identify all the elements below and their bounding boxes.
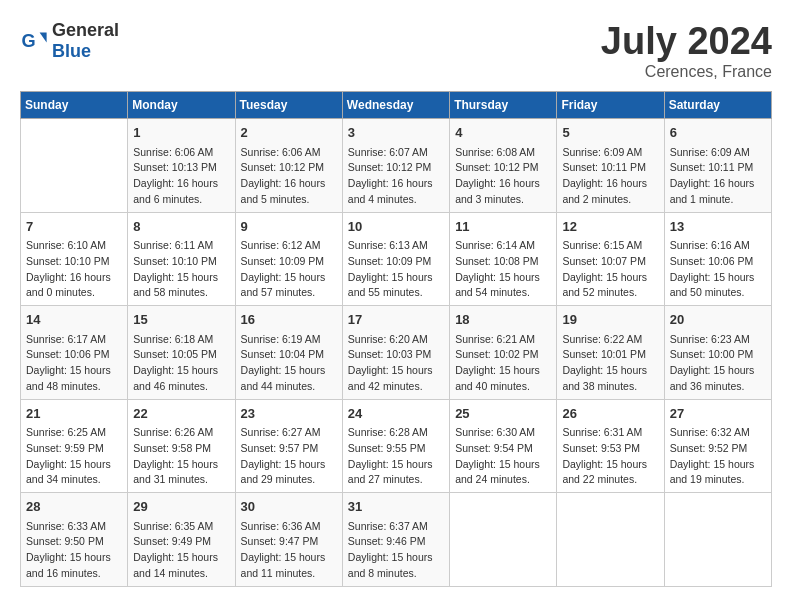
day-number: 1: [133, 123, 229, 143]
day-number: 9: [241, 217, 337, 237]
day-number: 30: [241, 497, 337, 517]
weekday-header-monday: Monday: [128, 92, 235, 119]
day-cell: 28Sunrise: 6:33 AM Sunset: 9:50 PM Dayli…: [21, 493, 128, 587]
week-row-5: 28Sunrise: 6:33 AM Sunset: 9:50 PM Dayli…: [21, 493, 772, 587]
day-number: 12: [562, 217, 658, 237]
day-cell: 31Sunrise: 6:37 AM Sunset: 9:46 PM Dayli…: [342, 493, 449, 587]
day-number: 28: [26, 497, 122, 517]
weekday-header-sunday: Sunday: [21, 92, 128, 119]
day-cell: 17Sunrise: 6:20 AM Sunset: 10:03 PM Dayl…: [342, 306, 449, 400]
day-number: 31: [348, 497, 444, 517]
day-cell: 30Sunrise: 6:36 AM Sunset: 9:47 PM Dayli…: [235, 493, 342, 587]
day-number: 14: [26, 310, 122, 330]
day-info: Sunrise: 6:13 AM Sunset: 10:09 PM Daylig…: [348, 238, 444, 301]
weekday-header-friday: Friday: [557, 92, 664, 119]
day-info: Sunrise: 6:27 AM Sunset: 9:57 PM Dayligh…: [241, 425, 337, 488]
day-cell: 10Sunrise: 6:13 AM Sunset: 10:09 PM Dayl…: [342, 212, 449, 306]
day-number: 3: [348, 123, 444, 143]
logo-blue-text: Blue: [52, 41, 91, 61]
day-number: 16: [241, 310, 337, 330]
day-cell: 23Sunrise: 6:27 AM Sunset: 9:57 PM Dayli…: [235, 399, 342, 493]
day-number: 25: [455, 404, 551, 424]
day-cell: 2Sunrise: 6:06 AM Sunset: 10:12 PM Dayli…: [235, 119, 342, 213]
day-cell: 1Sunrise: 6:06 AM Sunset: 10:13 PM Dayli…: [128, 119, 235, 213]
day-info: Sunrise: 6:21 AM Sunset: 10:02 PM Daylig…: [455, 332, 551, 395]
day-cell: 12Sunrise: 6:15 AM Sunset: 10:07 PM Dayl…: [557, 212, 664, 306]
week-row-1: 1Sunrise: 6:06 AM Sunset: 10:13 PM Dayli…: [21, 119, 772, 213]
day-info: Sunrise: 6:09 AM Sunset: 10:11 PM Daylig…: [562, 145, 658, 208]
weekday-header-row: SundayMondayTuesdayWednesdayThursdayFrid…: [21, 92, 772, 119]
calendar-title: July 2024: [601, 20, 772, 63]
day-info: Sunrise: 6:11 AM Sunset: 10:10 PM Daylig…: [133, 238, 229, 301]
day-info: Sunrise: 6:30 AM Sunset: 9:54 PM Dayligh…: [455, 425, 551, 488]
title-block: July 2024 Cerences, France: [601, 20, 772, 81]
day-info: Sunrise: 6:25 AM Sunset: 9:59 PM Dayligh…: [26, 425, 122, 488]
day-cell: 19Sunrise: 6:22 AM Sunset: 10:01 PM Dayl…: [557, 306, 664, 400]
day-number: 5: [562, 123, 658, 143]
day-number: 8: [133, 217, 229, 237]
day-cell: 7Sunrise: 6:10 AM Sunset: 10:10 PM Dayli…: [21, 212, 128, 306]
week-row-3: 14Sunrise: 6:17 AM Sunset: 10:06 PM Dayl…: [21, 306, 772, 400]
page-header: G General Blue July 2024 Cerences, Franc…: [20, 20, 772, 81]
day-info: Sunrise: 6:36 AM Sunset: 9:47 PM Dayligh…: [241, 519, 337, 582]
day-number: 17: [348, 310, 444, 330]
day-number: 11: [455, 217, 551, 237]
day-info: Sunrise: 6:37 AM Sunset: 9:46 PM Dayligh…: [348, 519, 444, 582]
day-number: 4: [455, 123, 551, 143]
day-cell: 9Sunrise: 6:12 AM Sunset: 10:09 PM Dayli…: [235, 212, 342, 306]
day-number: 13: [670, 217, 766, 237]
day-number: 2: [241, 123, 337, 143]
day-info: Sunrise: 6:28 AM Sunset: 9:55 PM Dayligh…: [348, 425, 444, 488]
logo-icon: G: [20, 27, 48, 55]
weekday-header-saturday: Saturday: [664, 92, 771, 119]
day-info: Sunrise: 6:08 AM Sunset: 10:12 PM Daylig…: [455, 145, 551, 208]
day-number: 24: [348, 404, 444, 424]
day-cell: 18Sunrise: 6:21 AM Sunset: 10:02 PM Dayl…: [450, 306, 557, 400]
day-info: Sunrise: 6:23 AM Sunset: 10:00 PM Daylig…: [670, 332, 766, 395]
day-cell: 3Sunrise: 6:07 AM Sunset: 10:12 PM Dayli…: [342, 119, 449, 213]
day-cell: 29Sunrise: 6:35 AM Sunset: 9:49 PM Dayli…: [128, 493, 235, 587]
day-info: Sunrise: 6:15 AM Sunset: 10:07 PM Daylig…: [562, 238, 658, 301]
day-info: Sunrise: 6:07 AM Sunset: 10:12 PM Daylig…: [348, 145, 444, 208]
weekday-header-thursday: Thursday: [450, 92, 557, 119]
day-cell: 21Sunrise: 6:25 AM Sunset: 9:59 PM Dayli…: [21, 399, 128, 493]
day-cell: 27Sunrise: 6:32 AM Sunset: 9:52 PM Dayli…: [664, 399, 771, 493]
day-cell: 6Sunrise: 6:09 AM Sunset: 10:11 PM Dayli…: [664, 119, 771, 213]
day-cell: 26Sunrise: 6:31 AM Sunset: 9:53 PM Dayli…: [557, 399, 664, 493]
calendar-location: Cerences, France: [601, 63, 772, 81]
day-cell: 13Sunrise: 6:16 AM Sunset: 10:06 PM Dayl…: [664, 212, 771, 306]
day-cell: 25Sunrise: 6:30 AM Sunset: 9:54 PM Dayli…: [450, 399, 557, 493]
day-number: 20: [670, 310, 766, 330]
day-info: Sunrise: 6:20 AM Sunset: 10:03 PM Daylig…: [348, 332, 444, 395]
day-cell: [21, 119, 128, 213]
svg-text:G: G: [21, 31, 35, 51]
day-number: 18: [455, 310, 551, 330]
day-cell: 8Sunrise: 6:11 AM Sunset: 10:10 PM Dayli…: [128, 212, 235, 306]
svg-marker-1: [40, 33, 47, 43]
day-number: 22: [133, 404, 229, 424]
day-cell: 14Sunrise: 6:17 AM Sunset: 10:06 PM Dayl…: [21, 306, 128, 400]
day-number: 27: [670, 404, 766, 424]
day-info: Sunrise: 6:33 AM Sunset: 9:50 PM Dayligh…: [26, 519, 122, 582]
day-cell: [557, 493, 664, 587]
day-cell: 22Sunrise: 6:26 AM Sunset: 9:58 PM Dayli…: [128, 399, 235, 493]
day-number: 7: [26, 217, 122, 237]
day-cell: 20Sunrise: 6:23 AM Sunset: 10:00 PM Dayl…: [664, 306, 771, 400]
day-number: 21: [26, 404, 122, 424]
week-row-2: 7Sunrise: 6:10 AM Sunset: 10:10 PM Dayli…: [21, 212, 772, 306]
day-info: Sunrise: 6:19 AM Sunset: 10:04 PM Daylig…: [241, 332, 337, 395]
day-cell: 4Sunrise: 6:08 AM Sunset: 10:12 PM Dayli…: [450, 119, 557, 213]
day-number: 23: [241, 404, 337, 424]
weekday-header-tuesday: Tuesday: [235, 92, 342, 119]
day-info: Sunrise: 6:35 AM Sunset: 9:49 PM Dayligh…: [133, 519, 229, 582]
day-cell: [450, 493, 557, 587]
day-info: Sunrise: 6:06 AM Sunset: 10:13 PM Daylig…: [133, 145, 229, 208]
day-number: 10: [348, 217, 444, 237]
day-info: Sunrise: 6:10 AM Sunset: 10:10 PM Daylig…: [26, 238, 122, 301]
day-cell: [664, 493, 771, 587]
day-cell: 16Sunrise: 6:19 AM Sunset: 10:04 PM Dayl…: [235, 306, 342, 400]
logo: G General Blue: [20, 20, 119, 62]
day-info: Sunrise: 6:17 AM Sunset: 10:06 PM Daylig…: [26, 332, 122, 395]
day-info: Sunrise: 6:18 AM Sunset: 10:05 PM Daylig…: [133, 332, 229, 395]
calendar-table: SundayMondayTuesdayWednesdayThursdayFrid…: [20, 91, 772, 587]
